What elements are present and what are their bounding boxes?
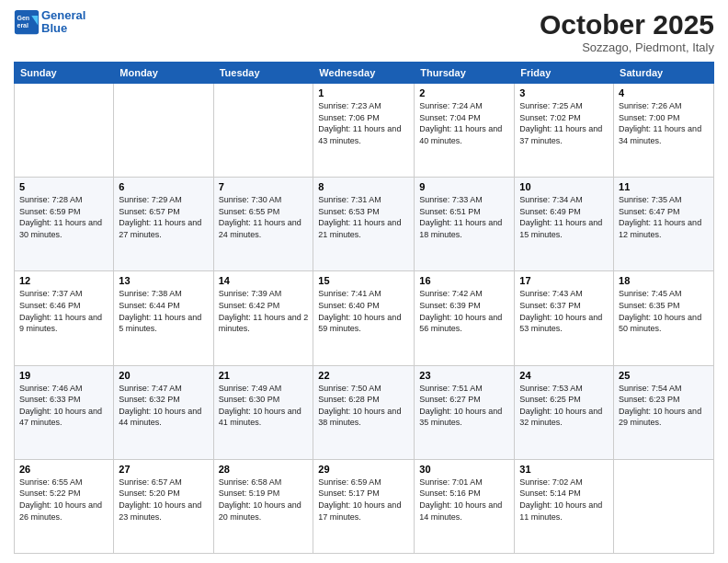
day-info: Sunrise: 7:39 AM Sunset: 6:42 PM Dayligh… bbox=[219, 288, 309, 334]
day-number: 23 bbox=[419, 370, 509, 381]
day-info: Sunrise: 7:31 AM Sunset: 6:53 PM Dayligh… bbox=[318, 194, 409, 240]
day-number: 27 bbox=[119, 464, 208, 475]
calendar-cell: 29Sunrise: 6:59 AM Sunset: 5:17 PM Dayli… bbox=[313, 459, 415, 553]
day-info: Sunrise: 7:43 AM Sunset: 6:37 PM Dayligh… bbox=[519, 288, 609, 334]
month-title: October 2025 bbox=[540, 9, 714, 40]
calendar-cell: 23Sunrise: 7:51 AM Sunset: 6:27 PM Dayli… bbox=[415, 365, 515, 459]
calendar-cell: 6Sunrise: 7:29 AM Sunset: 6:57 PM Daylig… bbox=[114, 178, 213, 271]
calendar-cell: 22Sunrise: 7:50 AM Sunset: 6:28 PM Dayli… bbox=[313, 365, 415, 459]
col-sunday: Sunday bbox=[15, 63, 114, 84]
day-info: Sunrise: 7:30 AM Sunset: 6:55 PM Dayligh… bbox=[219, 194, 309, 240]
calendar-cell: 8Sunrise: 7:31 AM Sunset: 6:53 PM Daylig… bbox=[313, 178, 415, 271]
day-info: Sunrise: 7:23 AM Sunset: 7:06 PM Dayligh… bbox=[318, 100, 409, 146]
day-number: 31 bbox=[519, 464, 609, 475]
svg-text:Gen: Gen bbox=[17, 16, 30, 22]
day-number: 8 bbox=[318, 181, 409, 192]
day-info: Sunrise: 7:53 AM Sunset: 6:25 PM Dayligh… bbox=[519, 383, 609, 429]
day-number: 18 bbox=[619, 275, 709, 286]
day-number: 15 bbox=[318, 275, 409, 286]
calendar-row: 19Sunrise: 7:46 AM Sunset: 6:33 PM Dayli… bbox=[15, 365, 714, 459]
day-info: Sunrise: 7:34 AM Sunset: 6:49 PM Dayligh… bbox=[519, 194, 609, 240]
calendar-cell: 20Sunrise: 7:47 AM Sunset: 6:32 PM Dayli… bbox=[114, 365, 213, 459]
day-number: 5 bbox=[19, 181, 108, 192]
day-number: 22 bbox=[318, 370, 409, 381]
calendar-cell: 5Sunrise: 7:28 AM Sunset: 6:59 PM Daylig… bbox=[15, 178, 114, 271]
day-info: Sunrise: 6:59 AM Sunset: 5:17 PM Dayligh… bbox=[318, 477, 409, 523]
day-info: Sunrise: 7:54 AM Sunset: 6:23 PM Dayligh… bbox=[619, 383, 709, 429]
calendar-cell: 27Sunrise: 6:57 AM Sunset: 5:20 PM Dayli… bbox=[114, 459, 213, 553]
day-number: 25 bbox=[619, 370, 709, 381]
day-number: 2 bbox=[419, 87, 509, 98]
day-info: Sunrise: 7:50 AM Sunset: 6:28 PM Dayligh… bbox=[318, 383, 409, 429]
day-info: Sunrise: 7:33 AM Sunset: 6:51 PM Dayligh… bbox=[419, 194, 509, 240]
calendar-cell: 7Sunrise: 7:30 AM Sunset: 6:55 PM Daylig… bbox=[213, 178, 313, 271]
calendar-cell bbox=[114, 84, 213, 178]
day-number: 10 bbox=[519, 181, 609, 192]
calendar-cell: 14Sunrise: 7:39 AM Sunset: 6:42 PM Dayli… bbox=[213, 271, 313, 365]
day-number: 29 bbox=[318, 464, 409, 475]
col-friday: Friday bbox=[515, 63, 614, 84]
logo-line2: Blue bbox=[41, 21, 67, 35]
calendar-cell: 4Sunrise: 7:26 AM Sunset: 7:00 PM Daylig… bbox=[614, 84, 714, 178]
day-info: Sunrise: 7:29 AM Sunset: 6:57 PM Dayligh… bbox=[119, 194, 208, 240]
calendar: Sunday Monday Tuesday Wednesday Thursday… bbox=[14, 62, 714, 554]
day-number: 20 bbox=[119, 370, 208, 381]
location: Sozzago, Piedmont, Italy bbox=[540, 40, 714, 54]
day-info: Sunrise: 7:42 AM Sunset: 6:39 PM Dayligh… bbox=[419, 288, 509, 334]
day-number: 6 bbox=[119, 181, 208, 192]
day-info: Sunrise: 7:02 AM Sunset: 5:14 PM Dayligh… bbox=[519, 477, 609, 523]
day-info: Sunrise: 7:49 AM Sunset: 6:30 PM Dayligh… bbox=[219, 383, 309, 429]
calendar-cell bbox=[15, 84, 114, 178]
day-number: 28 bbox=[219, 464, 309, 475]
day-info: Sunrise: 7:46 AM Sunset: 6:33 PM Dayligh… bbox=[19, 383, 108, 429]
day-info: Sunrise: 6:57 AM Sunset: 5:20 PM Dayligh… bbox=[119, 477, 208, 523]
calendar-cell bbox=[213, 84, 313, 178]
svg-text:eral: eral bbox=[17, 22, 29, 29]
calendar-cell: 25Sunrise: 7:54 AM Sunset: 6:23 PM Dayli… bbox=[614, 365, 714, 459]
day-info: Sunrise: 7:51 AM Sunset: 6:27 PM Dayligh… bbox=[419, 383, 509, 429]
calendar-cell: 9Sunrise: 7:33 AM Sunset: 6:51 PM Daylig… bbox=[415, 178, 515, 271]
day-number: 19 bbox=[19, 370, 108, 381]
day-info: Sunrise: 7:24 AM Sunset: 7:04 PM Dayligh… bbox=[419, 100, 509, 146]
col-monday: Monday bbox=[114, 63, 213, 84]
day-info: Sunrise: 7:28 AM Sunset: 6:59 PM Dayligh… bbox=[19, 194, 108, 240]
calendar-cell: 15Sunrise: 7:41 AM Sunset: 6:40 PM Dayli… bbox=[313, 271, 415, 365]
calendar-cell: 3Sunrise: 7:25 AM Sunset: 7:02 PM Daylig… bbox=[515, 84, 614, 178]
day-number: 14 bbox=[219, 275, 309, 286]
day-number: 17 bbox=[519, 275, 609, 286]
logo-icon: Gen eral bbox=[14, 9, 40, 35]
day-number: 26 bbox=[19, 464, 108, 475]
day-number: 30 bbox=[419, 464, 509, 475]
calendar-row: 1Sunrise: 7:23 AM Sunset: 7:06 PM Daylig… bbox=[15, 84, 714, 178]
day-number: 24 bbox=[519, 370, 609, 381]
calendar-cell: 31Sunrise: 7:02 AM Sunset: 5:14 PM Dayli… bbox=[515, 459, 614, 553]
day-number: 3 bbox=[519, 87, 609, 98]
calendar-cell: 12Sunrise: 7:37 AM Sunset: 6:46 PM Dayli… bbox=[15, 271, 114, 365]
day-info: Sunrise: 7:37 AM Sunset: 6:46 PM Dayligh… bbox=[19, 288, 108, 334]
logo-text: General Blue bbox=[41, 9, 85, 36]
calendar-cell: 18Sunrise: 7:45 AM Sunset: 6:35 PM Dayli… bbox=[614, 271, 714, 365]
calendar-row: 12Sunrise: 7:37 AM Sunset: 6:46 PM Dayli… bbox=[15, 271, 714, 365]
page: Gen eral General Blue October 2025 Sozza… bbox=[0, 0, 728, 563]
day-info: Sunrise: 7:45 AM Sunset: 6:35 PM Dayligh… bbox=[619, 288, 709, 334]
col-tuesday: Tuesday bbox=[213, 63, 313, 84]
calendar-cell: 13Sunrise: 7:38 AM Sunset: 6:44 PM Dayli… bbox=[114, 271, 213, 365]
col-thursday: Thursday bbox=[415, 63, 515, 84]
day-info: Sunrise: 7:25 AM Sunset: 7:02 PM Dayligh… bbox=[519, 100, 609, 146]
day-number: 13 bbox=[119, 275, 208, 286]
day-number: 1 bbox=[318, 87, 409, 98]
day-number: 12 bbox=[19, 275, 108, 286]
calendar-cell: 19Sunrise: 7:46 AM Sunset: 6:33 PM Dayli… bbox=[15, 365, 114, 459]
calendar-cell: 30Sunrise: 7:01 AM Sunset: 5:16 PM Dayli… bbox=[415, 459, 515, 553]
calendar-cell: 10Sunrise: 7:34 AM Sunset: 6:49 PM Dayli… bbox=[515, 178, 614, 271]
calendar-header-row: Sunday Monday Tuesday Wednesday Thursday… bbox=[15, 63, 714, 84]
calendar-cell: 21Sunrise: 7:49 AM Sunset: 6:30 PM Dayli… bbox=[213, 365, 313, 459]
logo: Gen eral General Blue bbox=[14, 9, 85, 36]
day-info: Sunrise: 7:35 AM Sunset: 6:47 PM Dayligh… bbox=[619, 194, 709, 240]
calendar-row: 5Sunrise: 7:28 AM Sunset: 6:59 PM Daylig… bbox=[15, 178, 714, 271]
title-block: October 2025 Sozzago, Piedmont, Italy bbox=[540, 9, 714, 54]
calendar-cell: 2Sunrise: 7:24 AM Sunset: 7:04 PM Daylig… bbox=[415, 84, 515, 178]
header: Gen eral General Blue October 2025 Sozza… bbox=[14, 9, 714, 54]
calendar-row: 26Sunrise: 6:55 AM Sunset: 5:22 PM Dayli… bbox=[15, 459, 714, 553]
day-number: 9 bbox=[419, 181, 509, 192]
